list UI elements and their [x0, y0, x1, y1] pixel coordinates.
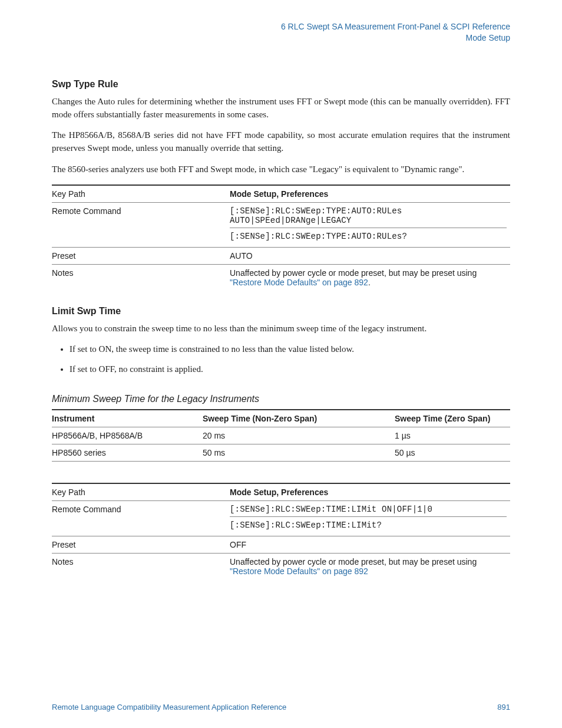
param-label: Remote Command: [52, 202, 230, 247]
heading-min-sweep-time: Minimum Sweep Time for the Legacy Instru…: [52, 394, 510, 404]
param-value: Mode Setup, Preferences: [230, 487, 328, 497]
scpi-command: [:SENSe]:RLC:SWEep:TYPE:AUTO:RULes?: [230, 228, 507, 241]
table-row: Preset OFF: [52, 536, 510, 553]
table-row: HP8566A/B, HP8568A/B 20 ms 1 µs: [52, 427, 510, 444]
table-row: Remote Command [:SENSe]:RLC:SWEep:TYPE:A…: [52, 202, 510, 247]
param-label: Preset: [52, 247, 230, 264]
table-row: Notes Unaffected by power cycle or mode …: [52, 264, 510, 291]
page-number: 891: [497, 703, 510, 711]
paragraph: The 8560-series analyzers use both FFT a…: [52, 163, 510, 176]
cell: 20 ms: [203, 427, 395, 444]
notes-text: .: [368, 278, 371, 287]
table-header-row: Instrument Sweep Time (Non-Zero Span) Sw…: [52, 410, 510, 427]
param-value: Unaffected by power cycle or mode preset…: [230, 264, 510, 291]
param-label: Notes: [52, 553, 230, 579]
heading-swp-type-rule: Swp Type Rule: [52, 79, 510, 90]
table-row: Notes Unaffected by power cycle or mode …: [52, 553, 510, 579]
paragraph: Changes the Auto rules for determining w…: [52, 95, 510, 121]
param-table-swp-type-rule: Key Path Mode Setup, Preferences Remote …: [52, 185, 510, 291]
table-row: Remote Command [:SENSe]:RLC:SWEep:TIME:L…: [52, 500, 510, 536]
heading-limit-swp-time: Limit Swp Time: [52, 306, 510, 317]
notes-text: Unaffected by power cycle or mode preset…: [230, 268, 477, 278]
param-value: OFF: [230, 536, 510, 553]
cross-reference-link[interactable]: "Restore Mode Defaults" on page 892: [230, 566, 368, 576]
paragraph: Allows you to constrain the sweep time t…: [52, 322, 510, 335]
cell: 50 ms: [203, 444, 395, 461]
table-row: Preset AUTO: [52, 247, 510, 264]
running-header: 6 RLC Swept SA Measurement Front-Panel &…: [52, 21, 510, 44]
scpi-command: [:SENSe]:RLC:SWEep:TIME:LIMit ON|OFF|1|0: [230, 505, 507, 514]
data-table-min-sweep-time: Instrument Sweep Time (Non-Zero Span) Sw…: [52, 409, 510, 462]
column-header: Sweep Time (Non-Zero Span): [203, 410, 395, 427]
scpi-command: [:SENSe]:RLC:SWEep:TIME:LIMit?: [230, 516, 507, 530]
cell: HP8560 series: [52, 444, 203, 461]
param-table-limit-swp-time: Key Path Mode Setup, Preferences Remote …: [52, 483, 510, 579]
cell: HP8566A/B, HP8568A/B: [52, 427, 203, 444]
cell: 50 µs: [395, 444, 510, 461]
header-section: Mode Setup: [52, 32, 510, 44]
header-chapter: 6 RLC Swept SA Measurement Front-Panel &…: [52, 21, 510, 32]
param-label: Key Path: [52, 185, 230, 203]
list-item: If set to OFF, no constraint is applied.: [70, 363, 510, 376]
column-header: Instrument: [52, 410, 203, 427]
cross-reference-link[interactable]: "Restore Mode Defaults" on page 892: [230, 278, 368, 287]
page-footer: Remote Language Compatibility Measuremen…: [52, 703, 510, 711]
table-row: Key Path Mode Setup, Preferences: [52, 185, 510, 203]
paragraph: The HP8566A/B, 8568A/B series did not ha…: [52, 129, 510, 155]
param-value: Unaffected by power cycle or mode preset…: [230, 553, 510, 579]
param-value: Mode Setup, Preferences: [230, 189, 328, 199]
list-item: If set to ON, the sweep time is constrai…: [70, 343, 510, 356]
scpi-command: [:SENSe]:RLC:SWEep:TYPE:AUTO:RULes AUTO|…: [230, 206, 507, 225]
param-value: AUTO: [230, 247, 510, 264]
footer-title: Remote Language Compatibility Measuremen…: [52, 703, 286, 711]
column-header: Sweep Time (Zero Span): [395, 410, 510, 427]
bullet-list: If set to ON, the sweep time is constrai…: [52, 343, 510, 376]
param-label: Remote Command: [52, 500, 230, 536]
param-label: Key Path: [52, 483, 230, 501]
notes-text: Unaffected by power cycle or mode preset…: [230, 557, 477, 566]
param-label: Notes: [52, 264, 230, 291]
table-row: HP8560 series 50 ms 50 µs: [52, 444, 510, 461]
param-label: Preset: [52, 536, 230, 553]
cell: 1 µs: [395, 427, 510, 444]
table-row: Key Path Mode Setup, Preferences: [52, 483, 510, 501]
